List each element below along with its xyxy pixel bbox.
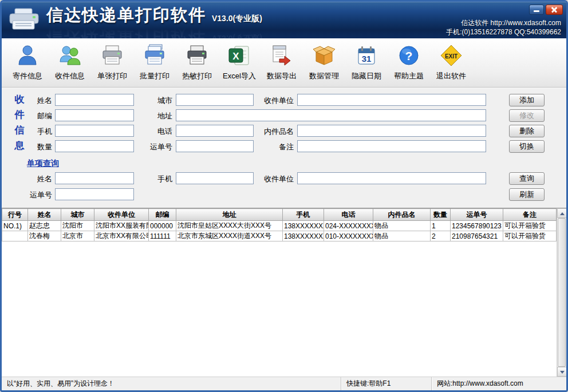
refresh-button[interactable]: 刷新: [509, 188, 545, 201]
column-header[interactable]: 备注: [503, 209, 557, 221]
table-cell: 沈阳市: [61, 221, 94, 231]
item-input[interactable]: [297, 125, 486, 137]
table-cell: 1: [431, 221, 451, 231]
address-input[interactable]: [176, 109, 486, 121]
scroll-up-button[interactable]: [557, 208, 566, 218]
svg-text:?: ?: [405, 49, 413, 62]
add-button[interactable]: 添加: [509, 94, 545, 106]
table-cell: 沈阳市皇姑区XXXX大街XXX号: [176, 221, 283, 231]
query-waybill-input[interactable]: [55, 188, 134, 200]
query-name-input[interactable]: [55, 172, 134, 184]
column-header[interactable]: 收件单位: [94, 209, 149, 221]
toolbar-hide-date[interactable]: 31 隐藏日期: [345, 41, 388, 81]
table-cell: 010-XXXXXXXX: [324, 231, 373, 241]
close-button[interactable]: [546, 5, 563, 15]
query-mobile-input[interactable]: [176, 172, 254, 184]
table-cell: 北京市东城区XXXX街道XXX号: [176, 231, 283, 241]
city-input[interactable]: [176, 94, 254, 106]
phone-input[interactable]: [176, 125, 254, 137]
table-area: 行号姓名城市收件单位邮编地址手机电话内件品名数量运单号备注NO.1)赵志忠沈阳市…: [2, 208, 566, 377]
delete-button[interactable]: 删除: [509, 125, 545, 137]
unit-input[interactable]: [297, 94, 486, 106]
scroll-down-button[interactable]: [557, 367, 566, 377]
toolbar-label: Excel导入: [223, 71, 256, 81]
toolbar-label: 寄件信息: [13, 71, 42, 81]
toolbar-data-manage[interactable]: 数据管理: [303, 41, 345, 81]
help-icon: ?: [396, 42, 422, 69]
table-cell: 024-XXXXXXXX: [324, 221, 373, 231]
name-label: 姓名: [27, 96, 52, 106]
table-cell: 000000: [149, 221, 176, 231]
statusbar-website: 网站:http://www.xdasoft.com: [431, 377, 566, 390]
unit-label: 收件单位: [254, 96, 294, 106]
toolbar-label: 热敏打印: [182, 71, 212, 81]
toolbar-single-print[interactable]: 单张打印: [91, 41, 133, 81]
mobile-input[interactable]: [55, 125, 134, 137]
search-button[interactable]: 查询: [509, 172, 545, 185]
waybill-input[interactable]: [176, 140, 254, 152]
exit-icon: EXIT: [438, 42, 464, 69]
svg-text:31: 31: [362, 54, 372, 64]
arrow-up-icon: [560, 212, 565, 215]
arrow-down-icon: [560, 371, 565, 374]
table-cell: 沈春梅: [28, 231, 61, 241]
toolbar-label: 退出软件: [436, 71, 466, 81]
table-cell: 北京市XX有限公司2: [94, 231, 149, 241]
scrollbar-thumb[interactable]: [558, 218, 566, 367]
toolbar-label: 收件信息: [55, 71, 85, 81]
column-header[interactable]: 行号: [2, 209, 28, 221]
app-title: 信达快递单打印软件: [46, 4, 206, 27]
table-row[interactable]: NO.1)赵志忠沈阳市沈阳市XX服装有限公司000000沈阳市皇姑区XXXX大街…: [2, 221, 557, 231]
receiver-info-icon: [57, 42, 83, 69]
svg-text:EXIT: EXIT: [445, 53, 457, 60]
column-header[interactable]: 姓名: [28, 209, 61, 221]
toolbar-label: 批量打印: [140, 71, 169, 81]
toolbar-sender-info[interactable]: 寄件信息: [6, 41, 49, 81]
toolbar-label: 帮助主题: [394, 71, 424, 81]
column-header[interactable]: 电话: [324, 209, 373, 221]
table-cell: NO.1): [2, 221, 28, 231]
zip-input[interactable]: [55, 109, 134, 121]
data-manage-icon: [311, 42, 337, 69]
toolbar-data-export[interactable]: 数据导出: [261, 41, 303, 81]
table-cell: 2: [431, 231, 451, 241]
name-input[interactable]: [55, 94, 134, 106]
window-controls: [529, 5, 563, 15]
statusbar-motto: 以“好用、实用、易用”为设计理念！: [2, 377, 341, 390]
toolbar-thermal-print[interactable]: 热敏打印: [176, 41, 218, 81]
minimize-button[interactable]: [529, 5, 544, 15]
toolbar-receiver-info[interactable]: 收件信息: [49, 41, 91, 81]
column-header[interactable]: 手机: [283, 209, 324, 221]
switch-button[interactable]: 切换: [509, 140, 545, 153]
sender-info-icon: [14, 42, 41, 69]
column-header[interactable]: 运单号: [451, 209, 503, 221]
receiver-form: 收 件 信 息 姓名 城市 收件单位 添加 邮编 地址 修改 手机 电话 内件品…: [2, 88, 566, 156]
modify-button[interactable]: 修改: [509, 109, 545, 122]
thermal-print-icon: [184, 42, 210, 69]
toolbar-exit[interactable]: EXIT 退出软件: [430, 41, 472, 81]
column-header[interactable]: 内件品名: [373, 209, 431, 221]
column-header[interactable]: 数量: [431, 209, 451, 221]
toolbar-excel-import[interactable]: X Excel导入: [218, 41, 261, 81]
note-input[interactable]: [297, 140, 486, 152]
note-label: 备注: [254, 142, 294, 152]
titlebar: 信达快递单打印软件 V13.0(专业版) 信达快递单打印软件 V13.0(专业版…: [2, 2, 566, 38]
table-cell: 北京市: [61, 231, 94, 241]
vertical-scrollbar[interactable]: [557, 208, 566, 377]
table-cell: 物品: [373, 221, 431, 231]
toolbar-batch-print[interactable]: 批量打印: [133, 41, 176, 81]
qty-input[interactable]: [55, 140, 134, 152]
column-header[interactable]: 地址: [176, 209, 283, 221]
query-unit-label: 收件单位: [254, 174, 294, 184]
vendor-info: 信达软件 http://www.xdasoft.com 手机:(0)135162…: [446, 18, 561, 37]
query-name-label: 姓名: [27, 174, 52, 184]
table-cell: [2, 231, 28, 241]
query-unit-input[interactable]: [297, 172, 486, 184]
table-cell: 138XXXXXXXX: [283, 221, 324, 231]
column-header[interactable]: 邮编: [149, 209, 176, 221]
printer-logo-icon: [7, 7, 41, 35]
column-header[interactable]: 城市: [61, 209, 94, 221]
statusbar-shortcut: 快捷键:帮助F1: [341, 377, 431, 390]
table-row[interactable]: 沈春梅北京市北京市XX有限公司2111111北京市东城区XXXX街道XXX号13…: [2, 231, 557, 241]
toolbar-help[interactable]: ? 帮助主题: [388, 41, 430, 81]
